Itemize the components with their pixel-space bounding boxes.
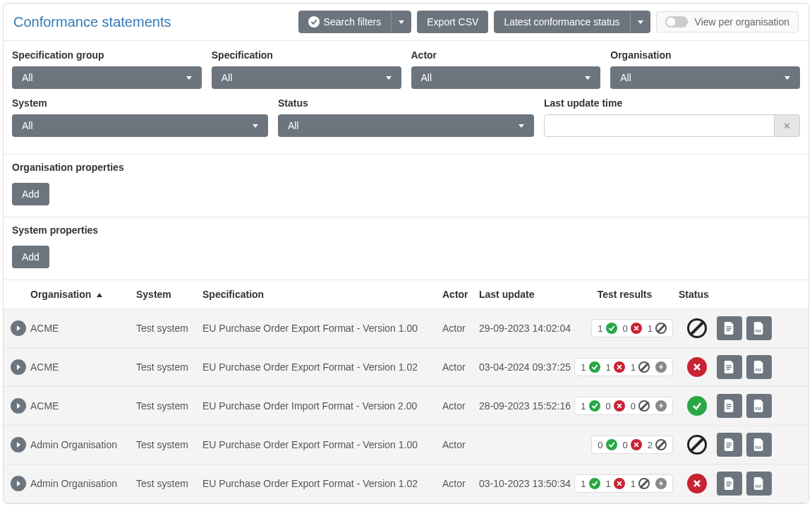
clear-last-update-button[interactable]: ✕	[775, 114, 800, 137]
expand-row-button[interactable]	[11, 359, 26, 375]
th-test-results[interactable]: Test results	[574, 289, 676, 300]
sys-properties-label: System properties	[4, 217, 808, 236]
search-filters-dropdown-toggle[interactable]	[391, 11, 411, 33]
th-last-update[interactable]: Last update	[476, 289, 574, 300]
fail-count: 0	[606, 401, 611, 412]
export-pdf-button[interactable]: PDF	[746, 472, 772, 496]
view-report-button[interactable]	[717, 433, 742, 457]
th-actor[interactable]: Actor	[440, 289, 476, 300]
org-properties-label: Organisation properties	[4, 155, 808, 173]
cell-organisation: ACME	[28, 323, 133, 334]
page-title: Conformance statements	[13, 14, 171, 30]
svg-rect-1	[727, 328, 732, 329]
none-icon	[655, 323, 667, 334]
table-row: Admin Organisation Test system EU Purcha…	[4, 426, 808, 464]
add-org-property-button[interactable]: Add	[12, 183, 49, 205]
cell-system: Test system	[133, 323, 200, 334]
caret-down-icon	[638, 20, 643, 24]
cell-status	[676, 318, 714, 338]
table-row: ACME Test system EU Purchase Order Expor…	[4, 309, 808, 348]
none-icon	[638, 478, 650, 489]
cell-system: Test system	[133, 478, 200, 489]
th-system[interactable]: System	[133, 289, 200, 300]
filter-dropdown[interactable]: All	[411, 66, 601, 89]
chevron-right-icon	[17, 481, 20, 486]
filter-label: Status	[278, 97, 534, 109]
caret-down-icon	[386, 76, 392, 80]
filter-label: System	[12, 97, 268, 109]
latest-status-button[interactable]: Latest conformance status	[494, 11, 629, 33]
svg-rect-8	[727, 404, 732, 404]
view-report-button[interactable]	[717, 316, 742, 340]
expand-row-button[interactable]	[11, 437, 26, 452]
filter-status: Status All	[278, 97, 534, 137]
filter-dropdown[interactable]: All	[610, 66, 800, 89]
cell-specification: EU Purchase Order Export Format - Versio…	[200, 323, 440, 334]
latest-status-dropdown-toggle[interactable]	[630, 11, 650, 33]
add-sys-property-button[interactable]: Add	[12, 246, 49, 268]
svg-rect-5	[727, 367, 732, 368]
filter-group-1: Specification All	[212, 49, 401, 89]
org-properties-section: Add	[4, 173, 808, 217]
svg-rect-16	[727, 481, 732, 482]
filter-group-2: Actor All	[411, 49, 601, 89]
pass-count: 1	[598, 323, 602, 334]
view-report-button[interactable]	[717, 394, 742, 418]
export-csv-button[interactable]: Export CSV	[417, 11, 488, 33]
cell-actor: Actor	[440, 400, 476, 412]
plus-icon: +	[655, 361, 667, 373]
cell-last-update: 28-09-2023 15:52:16	[476, 400, 574, 412]
none-count: 1	[631, 362, 636, 373]
th-specification[interactable]: Specification	[200, 289, 440, 300]
filter-dropdown[interactable]: All	[12, 66, 202, 89]
expand-row-button[interactable]	[11, 320, 26, 336]
fail-count: 0	[623, 440, 628, 450]
export-pdf-button[interactable]: PDF	[746, 316, 772, 340]
table-row: Admin Organisation Test system EU Purcha…	[4, 464, 808, 503]
cell-test-results: 111+	[574, 474, 676, 493]
expand-row-button[interactable]	[11, 398, 26, 414]
filter-dropdown[interactable]: All	[212, 66, 401, 89]
last-update-input[interactable]	[544, 114, 775, 137]
expand-row-button[interactable]	[11, 476, 26, 491]
pass-count: 1	[581, 362, 586, 373]
status-none-icon	[687, 435, 707, 455]
svg-rect-13	[727, 445, 732, 445]
svg-rect-14	[727, 447, 730, 448]
filter-last-update: Last update time ✕	[544, 97, 800, 137]
caret-down-icon	[585, 76, 590, 80]
status-fail-icon	[687, 357, 707, 377]
export-pdf-button[interactable]: PDF	[746, 433, 772, 457]
sys-properties-section: Add	[4, 236, 808, 280]
filter-label: Specification	[212, 49, 401, 61]
view-report-button[interactable]	[717, 355, 742, 379]
add-label: Add	[22, 251, 40, 263]
table-row: ACME Test system EU Purchase Order Expor…	[4, 348, 808, 387]
svg-rect-2	[727, 330, 730, 331]
svg-rect-9	[727, 406, 732, 407]
search-filters-button[interactable]: Search filters	[298, 11, 392, 33]
cell-specification: EU Purchase Order Export Format - Versio…	[200, 478, 440, 489]
view-per-org-toggle[interactable]	[665, 16, 688, 28]
filter-group-0: Specification group All	[12, 49, 202, 89]
svg-rect-6	[727, 369, 730, 370]
system-dropdown[interactable]: All	[12, 114, 268, 137]
fail-count: 1	[606, 479, 611, 489]
dropdown-value: All	[222, 72, 233, 83]
export-pdf-button[interactable]: PDF	[746, 355, 772, 379]
none-count: 1	[631, 479, 636, 489]
dropdown-value: All	[22, 120, 33, 131]
cell-organisation: Admin Organisation	[28, 439, 133, 450]
fail-icon	[631, 323, 642, 334]
export-pdf-button[interactable]: PDF	[746, 394, 772, 418]
check-circle-icon	[308, 16, 320, 28]
status-dropdown[interactable]: All	[278, 114, 534, 137]
test-results-badge: 002	[591, 436, 673, 454]
fail-icon	[614, 478, 625, 489]
th-status[interactable]: Status	[676, 289, 714, 300]
caret-down-icon	[253, 124, 258, 128]
svg-rect-12	[727, 443, 732, 443]
view-report-button[interactable]	[717, 472, 742, 496]
th-organisation[interactable]: Organisation	[28, 289, 133, 300]
results-table: Organisation System Specification Actor …	[4, 280, 808, 503]
